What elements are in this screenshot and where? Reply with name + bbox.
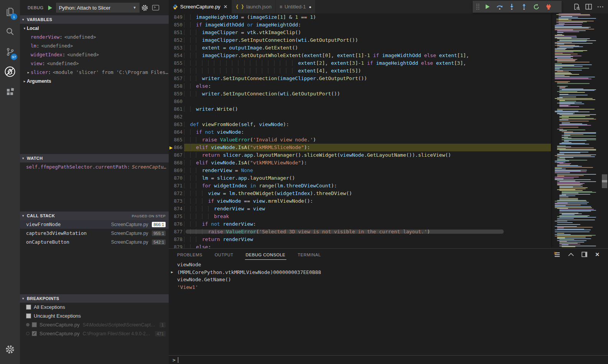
code-line[interactable]: 859 writer.SetInputConnection(wti.GetOut… [169, 90, 608, 98]
code-line[interactable]: 879 else: [169, 243, 608, 248]
vertical-scrollbar[interactable] [601, 13, 608, 247]
call-stack-frame[interactable]: onCaptureButtonScreenCapture.py542:1 [20, 238, 169, 246]
line-number[interactable]: 858 [172, 82, 182, 90]
toolbar-drag-handle[interactable] [474, 2, 481, 12]
panel-layout-button[interactable] [582, 252, 587, 257]
line-number[interactable]: 871 [172, 182, 182, 190]
watch-section-header[interactable]: ▾ WATCH [20, 154, 169, 162]
line-number[interactable]: 878 [172, 236, 182, 243]
line-number[interactable]: 856 [172, 67, 182, 75]
variable-scope-row[interactable]: ▸Arguments [20, 77, 169, 85]
line-number[interactable]: 870 [172, 174, 182, 182]
restart-button[interactable] [530, 2, 542, 12]
console-line[interactable]: viewNode.GetName() [173, 276, 604, 284]
line-number[interactable]: 872 [172, 190, 182, 197]
continue-button[interactable] [481, 2, 493, 12]
line-number[interactable]: 860 [172, 98, 182, 105]
chevron-collapsed-icon[interactable]: ▶ [171, 269, 173, 276]
code-line[interactable]: 850 if imageWidthOdd or imageHeightOdd: [169, 21, 608, 29]
breakpoint-checkbox[interactable] [26, 313, 31, 318]
code-line[interactable]: 870 lm = slicer.app.layoutManager() [169, 174, 608, 182]
watch-row[interactable]: self.ffmpegPathSelector.currentPath:Scre… [20, 162, 169, 171]
settings-gear-icon[interactable] [0, 340, 20, 359]
line-number[interactable]: 849 [172, 13, 182, 21]
code-line[interactable]: 855 extent[2], extent[3]-1 if imageHeigh… [169, 59, 608, 67]
line-number[interactable]: 862 [172, 113, 182, 121]
breakpoint-row[interactable]: ✓ScreenCapture.pyC:\Program Files\Slicer… [20, 329, 169, 338]
line-number[interactable]: 864 [172, 128, 182, 136]
breakpoint-row[interactable]: Uncaught Exceptions [20, 312, 169, 320]
code-line[interactable]: 860 [169, 98, 608, 105]
configure-gear-button[interactable] [140, 3, 150, 13]
variable-row[interactable]: renderView:<undefined> [20, 33, 169, 41]
code-line[interactable]: 869 renderView = None [169, 167, 608, 174]
code-line[interactable]: 851 imageClipper = vtk.vtkImageClip() [169, 29, 608, 36]
start-debug-button[interactable] [47, 4, 54, 11]
open-preview-button[interactable] [573, 3, 580, 10]
source-control-icon[interactable]: 97 [0, 43, 20, 61]
maximize-panel-button[interactable] [568, 253, 574, 256]
code-line[interactable]: 849 imageHeightOdd = (imageSize[1] & 1 =… [169, 13, 608, 21]
call-stack-frame[interactable]: capture3dViewRotationScreenCapture.py955… [20, 229, 169, 238]
call-stack-section-header[interactable]: ▾ CALL STACK PAUSED ON STEP [20, 212, 169, 220]
tab-untitled-1[interactable]: ≡ Untitled-1 ● [276, 0, 316, 13]
line-number[interactable]: 875 [172, 213, 182, 220]
horizontal-scrollbar[interactable] [184, 230, 551, 234]
breakpoint-row[interactable]: All Exceptions [20, 303, 169, 312]
step-into-button[interactable] [506, 2, 518, 12]
code-line[interactable]: 863 def viewFromNode(self, viewNode): [169, 121, 608, 128]
code-line[interactable]: 852 imageClipper.SetInputConnection(wti.… [169, 36, 608, 44]
debug-config-dropdown[interactable]: Python: Attach to Slicer ▼ [56, 3, 140, 13]
horizontal-scrollbar-thumb[interactable] [186, 230, 504, 234]
open-debug-console-button[interactable]: > [150, 3, 161, 13]
disconnect-button[interactable] [542, 2, 555, 12]
debug-icon[interactable] [0, 62, 20, 81]
code-line[interactable]: 874 renderView = view [169, 205, 608, 213]
line-number[interactable]: 866 [172, 144, 182, 151]
code-line[interactable]: 854 imageClipper.SetOutputWholeExtent(ex… [169, 52, 608, 59]
extensions-icon[interactable] [0, 83, 20, 101]
explorer-icon[interactable]: 1 [0, 2, 20, 21]
line-number[interactable]: 859 [172, 90, 182, 98]
code-line[interactable]: ▶866 elif viewNode.IsA("vtkMRMLSliceNode… [169, 144, 608, 151]
line-number[interactable]: 851 [172, 29, 182, 36]
variable-row[interactable]: ▸slicer:<module 'slicer' from 'C:\Progra… [20, 68, 169, 77]
variable-row[interactable]: lm:<undefined> [20, 41, 169, 50]
console-line[interactable]: ▶(MRMLCorePython.vtkMRMLViewNode)0000000… [173, 269, 604, 276]
line-number[interactable]: 868 [172, 159, 182, 167]
code-line[interactable]: 858 else: [169, 82, 608, 90]
tab-terminal[interactable]: TERMINAL [297, 249, 322, 259]
line-number[interactable]: 876 [172, 220, 182, 228]
line-number[interactable]: 854 [172, 52, 182, 59]
split-editor-button[interactable] [585, 4, 592, 10]
code-line[interactable]: 856 extent[4], extent[5]) [169, 67, 608, 75]
code-line[interactable]: 876 if not renderView: [169, 220, 608, 228]
code-line[interactable]: 857 writer.SetInputConnection(imageClipp… [169, 75, 608, 82]
code-line[interactable]: 865 raise ValueError('Invalid view node.… [169, 136, 608, 144]
variable-row[interactable]: widgetIndex:<undefined> [20, 50, 169, 59]
close-icon[interactable]: ✕ [223, 4, 228, 10]
tab-problems[interactable]: PROBLEMS [176, 249, 203, 259]
minimap[interactable] [551, 13, 601, 247]
line-number[interactable]: 873 [172, 197, 182, 205]
close-panel-icon[interactable]: ✕ [595, 251, 600, 257]
line-number[interactable]: 874 [172, 205, 182, 213]
step-out-button[interactable] [518, 2, 530, 12]
code-line[interactable]: 868 elif viewNode.IsA("vtkMRMLViewNode")… [169, 159, 608, 167]
code-line[interactable]: 873 if viewNode == view.mrmlViewNode(): [169, 197, 608, 205]
line-number[interactable]: 857 [172, 75, 182, 82]
code-line[interactable]: 871 for widgetIndex in range(lm.threeDVi… [169, 182, 608, 190]
code-line[interactable]: 867 return slicer.app.layoutManager().sl… [169, 151, 608, 159]
step-over-button[interactable] [493, 2, 506, 12]
tab-output[interactable]: OUTPUT [214, 249, 234, 259]
variable-scope-row[interactable]: ▾Local [20, 24, 169, 33]
breakpoint-checkbox[interactable] [32, 322, 37, 327]
line-number[interactable]: 861 [172, 105, 182, 113]
line-number[interactable]: 869 [172, 167, 182, 174]
tab-launch-json[interactable]: { } launch.json [232, 0, 276, 13]
console-line[interactable]: 'View1' [173, 284, 604, 291]
line-number[interactable]: 877 [172, 228, 182, 236]
code-line[interactable]: 853 extent = outputImage.GetExtent() [169, 44, 608, 52]
code-line[interactable]: 872 view = lm.threeDWidget(widgetIndex).… [169, 190, 608, 197]
code-line[interactable]: 864 if not viewNode: [169, 128, 608, 136]
